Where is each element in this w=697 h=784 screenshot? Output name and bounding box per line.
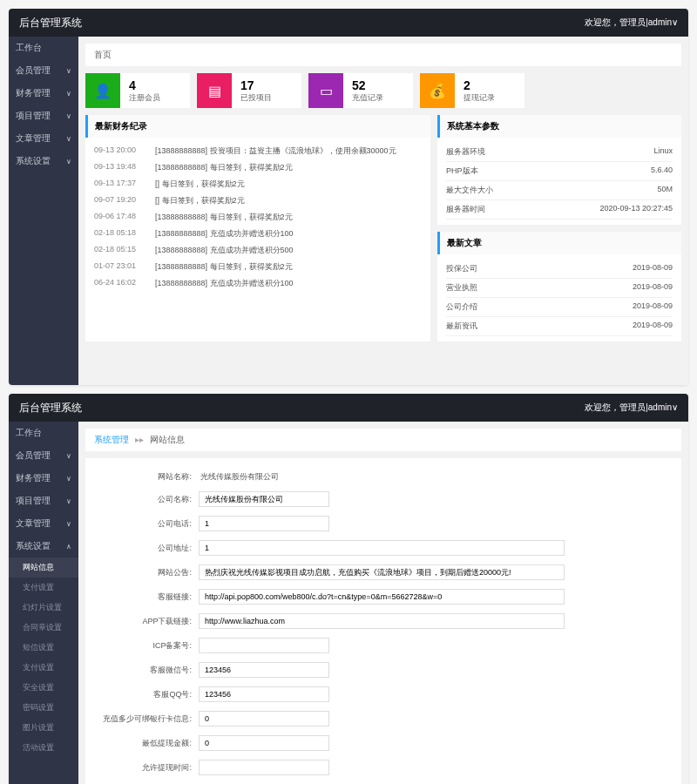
card-icon: ▭: [308, 73, 343, 108]
log-time: 09-13 20:00: [94, 145, 146, 157]
sidebar-sub-password[interactable]: 密码设置: [9, 698, 78, 718]
sysparam-row: 服务器环境Linux: [446, 143, 673, 162]
log-text: [13888888888] 充值成功并赠送积分100: [155, 228, 294, 240]
log-row: 09-13 19:48[13888888888] 每日签到，获得奖励2元: [94, 159, 422, 176]
sidebar-item-workbench[interactable]: 工作台: [9, 422, 78, 444]
panel-articles: 最新文章 投保公司2019-08-09营业执照2019-08-09公司介绍201…: [437, 232, 681, 341]
log-time: 02-18 05:15: [94, 245, 146, 256]
form-input[interactable]: [199, 491, 329, 507]
log-time: 09-06 17:48: [94, 212, 146, 223]
app-title: 后台管理系统: [19, 16, 82, 30]
form-label: 允许提现时间:: [103, 762, 199, 774]
user-info[interactable]: 欢迎您，管理员|admin∨: [585, 17, 678, 29]
form-label: ICP备案号:: [103, 640, 199, 652]
sidebar-sub-contract[interactable]: 合同章设置: [9, 618, 78, 638]
article-row[interactable]: 投保公司2019-08-09: [446, 260, 673, 279]
form-input[interactable]: [199, 613, 565, 629]
article-row[interactable]: 营业执照2019-08-09: [446, 279, 673, 298]
sidebar-item-member[interactable]: 会员管理∨: [9, 59, 78, 82]
log-text: [13888888888] 每日签到，获得奖励2元: [155, 261, 293, 273]
log-row: 09-13 17:37[] 每日签到，获得奖励2元: [94, 176, 422, 193]
sidebar-sub-security[interactable]: 安全设置: [9, 678, 78, 698]
form-row: 网站名称:光线传媒股份有限公司: [103, 467, 664, 487]
stat-projects[interactable]: ▤ 17已投项目: [197, 73, 301, 108]
sidebar-sub-sms[interactable]: 短信设置: [9, 638, 78, 658]
form-label: 公司名称:: [103, 494, 199, 505]
sidebar-item-workbench[interactable]: 工作台: [9, 37, 78, 59]
sysparam-row: 服务器时间2020-09-13 20:27:45: [446, 200, 673, 220]
log-row: 09-07 19:20[] 每日签到，获得奖励2元: [94, 193, 422, 209]
log-time: 06-24 16:02: [94, 278, 146, 289]
sidebar: 工作台 会员管理∨ 财务管理∨ 项目管理∨ 文章管理∨ 系统设置∨: [9, 37, 78, 385]
user-info[interactable]: 欢迎您，管理员|admin∨: [585, 402, 678, 414]
form-value: 光线传媒股份有限公司: [199, 471, 279, 483]
list-icon: ▤: [197, 73, 232, 108]
log-text: [13888888888] 充值成功并赠送积分500: [155, 245, 294, 256]
form-input[interactable]: [199, 760, 329, 775]
sidebar-item-member[interactable]: 会员管理∨: [9, 444, 78, 467]
stat-members[interactable]: 👤 4注册会员: [85, 73, 190, 108]
sidebar-item-article[interactable]: 文章管理∨: [9, 127, 78, 150]
stats-row: 👤 4注册会员 ▤ 17已投项目 ▭ 52充值记录 💰 2提现记录: [85, 73, 681, 108]
form-input[interactable]: [199, 735, 329, 751]
log-row: 09-13 20:00[13888888888] 投资项目：益资主播《流浪地球》…: [94, 143, 422, 159]
sidebar-sub-siteinfo[interactable]: 网站信息: [9, 558, 78, 578]
article-row[interactable]: 公司介绍2019-08-09: [446, 298, 673, 317]
form-input[interactable]: [199, 564, 565, 580]
log-text: [13888888888] 每日签到，获得奖励2元: [155, 212, 293, 223]
log-time: 09-07 19:20: [94, 195, 146, 206]
form-label: 客服微信号:: [103, 665, 199, 676]
sidebar-item-project[interactable]: 项目管理∨: [9, 105, 78, 127]
form-row: 客服QQ号:: [103, 682, 664, 706]
log-text: [] 每日签到，获得奖励2元: [155, 179, 245, 190]
form-label: 客服QQ号:: [103, 689, 199, 700]
form-input[interactable]: [199, 686, 329, 702]
sysparam-row: 最大文件大小50M: [446, 181, 673, 200]
form-row: 客服链接:: [103, 585, 664, 609]
form-label: 充值多少可绑银行卡信息:: [103, 713, 199, 725]
sidebar-sub-activity[interactable]: 活动设置: [9, 738, 78, 758]
sidebar-sub-slide[interactable]: 幻灯片设置: [9, 598, 78, 618]
log-time: 09-13 19:48: [94, 162, 146, 173]
sidebar: 工作台 会员管理∨ 财务管理∨ 项目管理∨ 文章管理∨ 系统设置∧ 网站信息 支…: [9, 422, 78, 784]
settings-form: 网站名称:光线传媒股份有限公司公司名称:公司电话:公司地址:网站公告:客服链接:…: [85, 458, 681, 784]
form-row: 公司地址:: [103, 536, 664, 560]
form-row: 公司电话:: [103, 511, 664, 536]
form-label: 网站公告:: [103, 567, 199, 578]
log-text: [13888888888] 充值成功并赠送积分100: [155, 278, 294, 289]
log-time: 09-13 17:37: [94, 179, 146, 190]
breadcrumb: 首页: [85, 44, 681, 66]
form-input[interactable]: [199, 516, 329, 531]
sidebar-item-system[interactable]: 系统设置∧: [9, 535, 78, 558]
sidebar-item-finance[interactable]: 财务管理∨: [9, 467, 78, 490]
sidebar-sub-image[interactable]: 图片设置: [9, 718, 78, 738]
log-text: [] 每日签到，获得奖励2元: [155, 195, 245, 206]
stat-withdraw[interactable]: 💰 2提现记录: [420, 73, 524, 108]
panel-finance-log: 最新财务纪录 09-13 20:00[13888888888] 投资项目：益资主…: [85, 115, 430, 341]
sidebar-item-article[interactable]: 文章管理∨: [9, 512, 78, 535]
form-input[interactable]: [199, 711, 329, 727]
log-time: 02-18 05:18: [94, 228, 146, 240]
log-text: [13888888888] 投资项目：益资主播《流浪地球》，使用余额30000元: [155, 145, 396, 157]
form-row: 允许提现时间:: [103, 755, 664, 780]
sidebar-item-finance[interactable]: 财务管理∨: [9, 82, 78, 105]
form-row: 每天允许提现免费次数:: [103, 780, 664, 784]
sidebar-item-project[interactable]: 项目管理∨: [9, 490, 78, 512]
log-row: 02-18 05:18[13888888888] 充值成功并赠送积分100: [94, 226, 422, 242]
form-input[interactable]: [199, 540, 565, 556]
form-label: 公司电话:: [103, 518, 199, 530]
main-content: 系统管理 ▸▸ 网站信息 网站名称:光线传媒股份有限公司公司名称:公司电话:公司…: [78, 422, 688, 784]
sidebar-item-system[interactable]: 系统设置∨: [9, 150, 78, 172]
form-input[interactable]: [199, 589, 565, 605]
main-content: 首页 👤 4注册会员 ▤ 17已投项目 ▭ 52充值记录 💰 2提现记录: [78, 37, 688, 385]
form-input[interactable]: [199, 662, 329, 678]
sidebar-sub-pay[interactable]: 支付设置: [9, 578, 78, 598]
form-row: 网站公告:: [103, 560, 664, 585]
stat-recharge[interactable]: ▭ 52充值记录: [308, 73, 413, 108]
article-row[interactable]: 最新资讯2019-08-09: [446, 317, 673, 336]
form-input[interactable]: [199, 638, 329, 653]
form-label: 公司地址:: [103, 543, 199, 554]
panel-system-param: 系统基本参数 服务器环境LinuxPHP版本5.6.40最大文件大小50M服务器…: [437, 115, 681, 225]
sidebar-sub-pay2[interactable]: 支付设置: [9, 658, 78, 678]
log-row: 09-06 17:48[13888888888] 每日签到，获得奖励2元: [94, 209, 422, 226]
